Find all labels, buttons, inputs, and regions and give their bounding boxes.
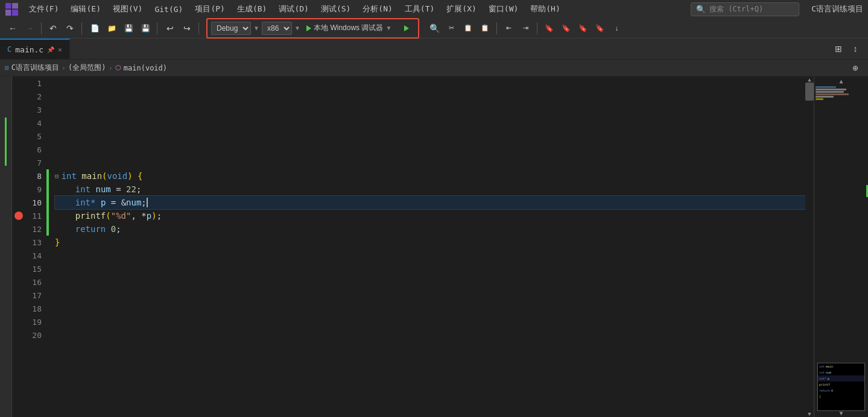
search-box[interactable]: 🔍 搜索 (Ctrl+Q) (691, 2, 799, 16)
breakpoint-indicator[interactable] (14, 212, 23, 220)
space-10b: = (106, 198, 121, 207)
paren-close: ) (127, 171, 132, 181)
menu-item-edit[interactable]: 编辑(E) (66, 2, 105, 16)
tab-main-c[interactable]: C main.c 📌 ✕ (0, 39, 70, 59)
scroll-thumb[interactable] (805, 83, 814, 101)
menu-item-build[interactable]: 生成(B) (232, 2, 271, 16)
back-button[interactable]: ← (5, 20, 21, 36)
save-all-button[interactable]: 💾 (138, 20, 153, 36)
minimap-thumb-line-1: int main (818, 363, 864, 369)
menu-item-file[interactable]: 文件(F) (24, 2, 63, 16)
bookmark4-button[interactable]: 🔖 (592, 20, 607, 36)
tab-close-button[interactable]: ✕ (58, 46, 62, 54)
gutter-line-4 (12, 116, 25, 130)
breadcrumb-scope[interactable]: (全局范围) (68, 63, 106, 73)
copy-button[interactable]: 📋 (460, 20, 476, 36)
code-content[interactable]: ⊟int main(void) { int num = 22; int* p =… (49, 77, 805, 417)
menu-item-analyze[interactable]: 分析(N) (358, 2, 397, 16)
gutter-line-6 (12, 143, 25, 156)
line-num-8: 8 (25, 169, 46, 183)
menu-item-tools[interactable]: 工具(T) (400, 2, 439, 16)
vertical-scrollbar[interactable]: ▲ ▼ (805, 77, 814, 417)
line-num-7: 7 (25, 156, 46, 169)
bookmark2-button[interactable]: 🔖 (558, 20, 574, 36)
line-num-4: 4 (25, 116, 46, 130)
menu-item-test[interactable]: 测试(S) (316, 2, 355, 16)
scroll-track[interactable] (805, 83, 814, 411)
minimap-text-1: int (819, 365, 825, 368)
outdent-button[interactable]: ⇤ (501, 20, 516, 36)
gutter-line-9 (12, 183, 25, 196)
menu-item-debug[interactable]: 调试(D) (274, 2, 313, 16)
platform-select[interactable]: x86 (262, 22, 292, 35)
debug-config-select[interactable]: Debug (211, 22, 251, 35)
breadcrumb-project[interactable]: C语言训练项目 (11, 63, 59, 73)
code-line-16 (55, 275, 805, 289)
minimap-scroll-up[interactable]: ▲ (814, 77, 868, 85)
breadcrumb-expand-button[interactable]: ⊕ (847, 60, 863, 76)
gutter-line-11[interactable] (12, 209, 25, 222)
keyword-void: void (107, 171, 128, 181)
menu-item-view[interactable]: 视图(V) (108, 2, 147, 16)
breadcrumb-function[interactable]: main(void) (124, 64, 167, 72)
menu-item-extensions[interactable]: 扩展(X) (442, 2, 481, 16)
redo-button[interactable]: ↷ (62, 20, 78, 36)
minimap-thumb-line-6: } (818, 393, 864, 400)
bookmark3-button[interactable]: 🔖 (575, 20, 591, 36)
comma-11: , (131, 211, 141, 221)
semi-11: ; (157, 211, 162, 221)
fold-icon[interactable]: ⊟ (55, 172, 59, 180)
paren-printf-open: ( (106, 211, 110, 221)
undo2-button[interactable]: ↩ (162, 20, 178, 36)
forward-button[interactable]: → (22, 20, 37, 36)
green-bar-left (5, 118, 7, 166)
breadcrumb-sep-2: › (109, 64, 113, 72)
split-editor-button[interactable]: ⊞ (831, 41, 846, 57)
keyword-int-10: int (75, 198, 90, 207)
line-num-11: 11 (25, 209, 46, 222)
maximize-editor-button[interactable]: ↕ (847, 41, 863, 57)
indent-button[interactable]: ⇥ (518, 20, 533, 36)
redo2-button[interactable]: ↪ (179, 20, 195, 36)
semi-9: ; (136, 184, 141, 194)
run-only-button[interactable] (399, 20, 414, 36)
svg-rect-1 (12, 3, 18, 9)
indent-12 (55, 224, 75, 234)
find-button[interactable]: 🔍 (426, 20, 442, 36)
code-line-19 (55, 315, 805, 328)
var-p-2: p (147, 211, 151, 221)
scroll-down-button[interactable]: ▼ (806, 411, 813, 417)
menu-item-help[interactable]: 帮助(H) (525, 2, 565, 16)
debug-toolbar: Debug ▼ x86 ▼ 本地 Windows 调试器 ▼ (206, 18, 419, 39)
cut-button[interactable]: ✂ (443, 20, 459, 36)
open-folder-button[interactable]: 📁 (104, 20, 119, 36)
minimap-line-4 (816, 93, 849, 95)
menu-item-git[interactable]: Git(G) (150, 4, 188, 15)
minimap-scroll-down[interactable]: ▼ (814, 409, 868, 417)
minimap-text-2: main (826, 365, 833, 368)
run-debugger-button[interactable]: 本地 Windows 调试器 ▼ (303, 22, 395, 34)
menu-item-project[interactable]: 项目(P) (190, 2, 229, 16)
code-line-20 (55, 328, 805, 342)
amp-sign: & (121, 198, 126, 207)
breadcrumb-bar: ⊡ C语言训练项目 › (全局范围) › ⬡ main(void) ⊕ (0, 60, 868, 77)
tab-pin-icon[interactable]: 📌 (47, 46, 54, 53)
scroll-up-button[interactable]: ▲ (806, 77, 813, 83)
run-dropdown-icon: ▼ (385, 25, 391, 31)
menu-item-window[interactable]: 窗口(W) (484, 2, 523, 16)
minimap-text-10: } (819, 395, 821, 398)
new-file-button[interactable]: 📄 (87, 20, 103, 36)
bookmark5-button[interactable]: ↓ (609, 20, 624, 36)
ptr-star: * (90, 198, 95, 207)
undo-button[interactable]: ↶ (45, 20, 61, 36)
code-line-1 (55, 77, 805, 90)
file-buttons: 📄 📁 💾 💾 (87, 20, 160, 36)
line-num-9: 9 (25, 183, 46, 196)
bookmark-button[interactable]: 🔖 (541, 20, 557, 36)
minimap-text-6: p (828, 377, 829, 380)
line-num-16: 16 (25, 275, 46, 289)
tab-bar: C main.c 📌 ✕ ⊞ ↕ (0, 39, 868, 60)
minimap-text-5: int* (819, 377, 826, 380)
paste-button[interactable]: 📋 (477, 20, 493, 36)
save-button[interactable]: 💾 (121, 20, 136, 36)
